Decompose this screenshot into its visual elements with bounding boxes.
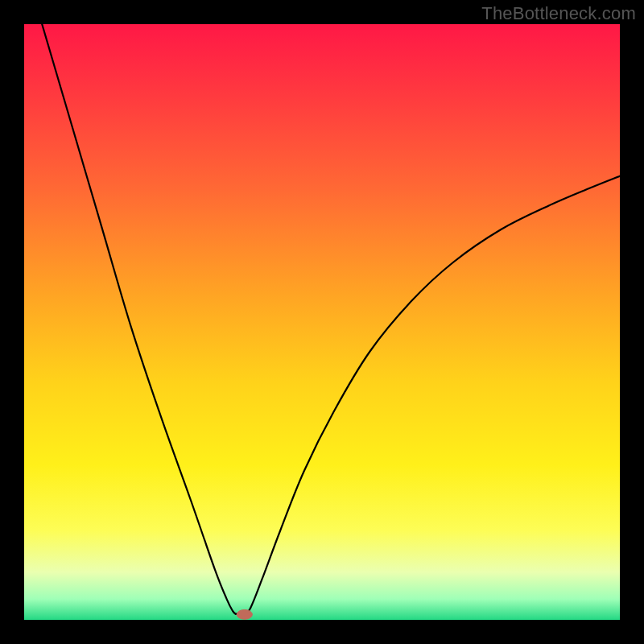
chart-background: [24, 24, 620, 620]
minimum-marker: [237, 609, 252, 619]
chart-stage: TheBottleneck.com: [0, 0, 644, 644]
watermark-text: TheBottleneck.com: [481, 3, 636, 24]
chart-plot: [24, 24, 620, 620]
